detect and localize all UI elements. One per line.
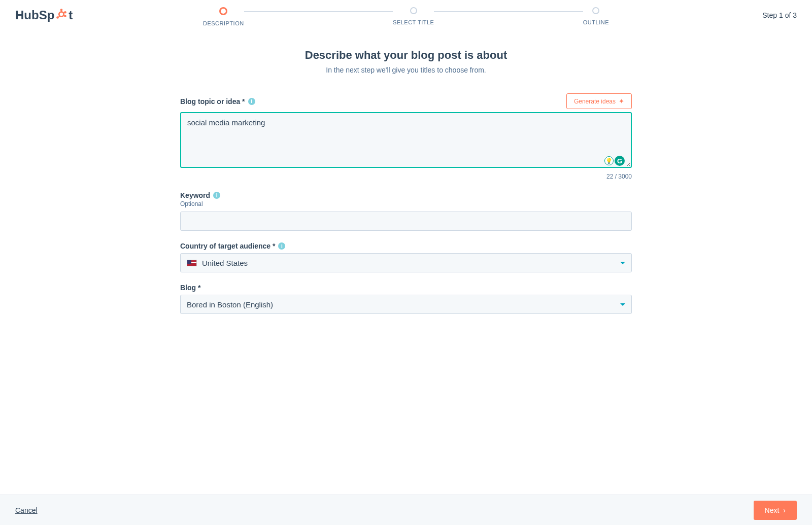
sprocket-icon <box>54 7 69 21</box>
country-select[interactable]: United States <box>180 253 632 272</box>
blog-topic-input[interactable] <box>180 112 632 168</box>
step-label: OUTLINE <box>583 19 609 25</box>
topic-label: Blog topic or idea * i <box>180 97 255 106</box>
keyword-label: Keyword i <box>180 191 632 199</box>
chevron-down-icon <box>620 303 625 306</box>
step-description: DESCRIPTION <box>203 7 244 26</box>
info-icon[interactable]: i <box>213 192 220 199</box>
svg-line-8 <box>59 16 60 17</box>
page-subtitle: In the next step we'll give you titles t… <box>180 66 632 74</box>
info-icon[interactable]: i <box>278 242 285 250</box>
topic-label-row: Blog topic or idea * i Generate ideas ✦ <box>180 93 632 109</box>
header: HubSp t DESCRIPTION SELECT TITLE OUTLINE <box>0 0 812 30</box>
keyword-input[interactable] <box>180 212 632 231</box>
generate-ideas-button[interactable]: Generate ideas ✦ <box>566 93 632 109</box>
country-label: Country of target audience * i <box>180 242 632 250</box>
step-circle-icon <box>592 7 599 14</box>
topic-textarea-wrapper: 💡 G <box>180 112 632 170</box>
sparkle-icon: ✦ <box>619 97 624 105</box>
step-counter: Step 1 of 3 <box>762 11 797 19</box>
svg-line-6 <box>63 13 64 13</box>
hubspot-logo: HubSp t <box>15 8 73 22</box>
character-count: 22 / 3000 <box>180 173 632 180</box>
page-title: Describe what your blog post is about <box>180 49 632 62</box>
step-connector <box>434 11 583 12</box>
main-content: Describe what your blog post is about In… <box>175 49 637 314</box>
blog-label: Blog * <box>180 284 632 292</box>
step-connector <box>244 11 393 12</box>
grammarly-icon[interactable]: G <box>615 156 625 166</box>
info-icon[interactable]: i <box>248 98 255 105</box>
optional-text: Optional <box>180 200 632 207</box>
blog-select[interactable]: Bored in Boston (English) <box>180 295 632 314</box>
logo-text-part1: HubSp <box>15 8 54 22</box>
wizard-stepper: DESCRIPTION SELECT TITLE OUTLINE <box>203 7 609 26</box>
svg-point-1 <box>60 9 63 11</box>
step-select-title: SELECT TITLE <box>393 7 434 25</box>
step-circle-icon <box>219 7 227 15</box>
chevron-down-icon <box>620 262 625 264</box>
step-label: SELECT TITLE <box>393 19 434 25</box>
svg-line-7 <box>63 15 64 16</box>
logo-text-part2: t <box>69 8 73 22</box>
step-circle-icon <box>410 7 417 14</box>
suggestion-icon[interactable]: 💡 <box>604 156 614 165</box>
grammarly-widget: 💡 G <box>604 156 625 166</box>
step-label: DESCRIPTION <box>203 20 244 26</box>
step-outline: OUTLINE <box>583 7 609 25</box>
us-flag-icon <box>187 260 197 266</box>
